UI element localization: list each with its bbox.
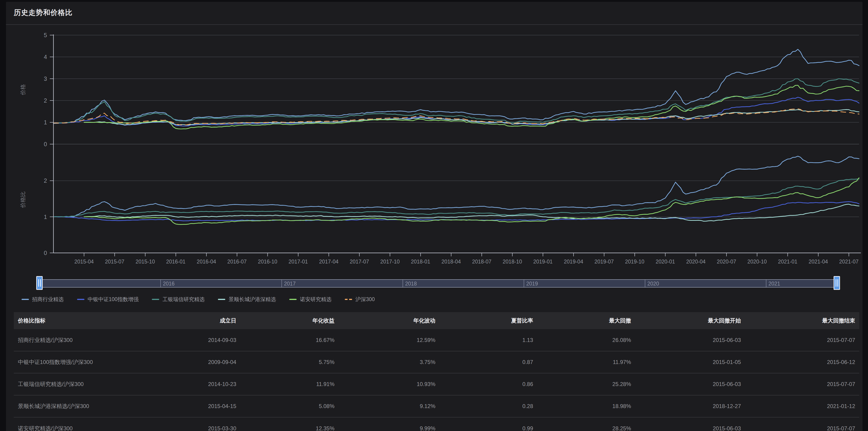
x-tick-label: 2018-07 bbox=[472, 259, 491, 265]
column-header: 最大回撤 bbox=[537, 312, 635, 329]
y-tick-label: 1 bbox=[44, 119, 47, 125]
x-tick-label: 2019-04 bbox=[564, 259, 583, 265]
legend-item-诺安研究精选[interactable]: 诺安研究精选 bbox=[289, 296, 332, 303]
x-tick-label: 2020-10 bbox=[747, 259, 767, 265]
x-tick-label: 2015-04 bbox=[74, 259, 94, 265]
chart-area-1: 012价格比 bbox=[20, 156, 859, 256]
slider-year-label: 2020 bbox=[645, 280, 659, 287]
table-cell: 18.98% bbox=[537, 395, 635, 417]
table-cell: 2015-06-03 bbox=[635, 417, 745, 431]
legend-item-中银中证100指数增强[interactable]: 中银中证100指数增强 bbox=[77, 296, 138, 303]
slider-year-label: 2017 bbox=[282, 280, 296, 287]
legend-item-沪深300[interactable]: 沪深300 bbox=[345, 296, 375, 303]
legend-label: 工银瑞信研究精选 bbox=[162, 296, 205, 303]
table-cell: 2015-06-03 bbox=[635, 329, 745, 351]
x-tick-label: 2018-01 bbox=[411, 259, 430, 265]
column-header: 年化收益 bbox=[240, 312, 339, 329]
table-row: 工银瑞信研究精选/沪深3002014-10-2311.91%10.93%0.86… bbox=[14, 373, 859, 395]
x-tick-label: 2016-01 bbox=[166, 259, 185, 265]
x-tick-label: 2017-04 bbox=[319, 259, 339, 265]
table-cell: 2015-04-15 bbox=[161, 395, 240, 417]
legend-label: 中银中证100指数增强 bbox=[88, 296, 138, 303]
x-tick-label: 2019-07 bbox=[594, 259, 614, 265]
legend-item-招商行业精选[interactable]: 招商行业精选 bbox=[22, 296, 64, 303]
column-header: 成立日 bbox=[161, 312, 240, 329]
table-cell: 5.75% bbox=[240, 351, 339, 373]
table-row: 中银中证100指数增强/沪深3002009-09-045.75%3.75%0.8… bbox=[14, 351, 859, 373]
metrics-table: 价格比指标成立日年化收益年化波动夏普比率最大回撤最大回撤开始最大回撤结束 招商行… bbox=[14, 312, 859, 431]
table-cell: 9.12% bbox=[339, 395, 439, 417]
slider-handle-right[interactable] bbox=[834, 276, 840, 290]
y-tick-label: 2 bbox=[44, 97, 47, 104]
column-header: 价格比指标 bbox=[14, 312, 161, 329]
table-cell: 10.93% bbox=[339, 373, 439, 395]
series-line-诺安研究精选/沪深300 bbox=[84, 178, 859, 225]
x-tick-label: 2021-07 bbox=[839, 259, 858, 265]
table-cell: 中银中证100指数增强/沪深300 bbox=[14, 351, 161, 373]
table-cell: 28.25% bbox=[537, 417, 635, 431]
column-header: 最大回撤结束 bbox=[745, 312, 859, 329]
table-cell: 2015-07-07 bbox=[745, 373, 859, 395]
legend-label: 沪深300 bbox=[355, 296, 375, 303]
table-cell: 诺安研究精选/沪深300 bbox=[14, 417, 161, 431]
x-tick-label: 2016-10 bbox=[258, 259, 277, 265]
table-cell: 0.99 bbox=[439, 417, 537, 431]
line-swatch-icon bbox=[152, 299, 159, 300]
y-tick-label: 3 bbox=[44, 76, 47, 82]
series-line-工银瑞信研究精选 bbox=[54, 79, 859, 123]
table-cell: 5.08% bbox=[240, 395, 339, 417]
column-header: 年化波动 bbox=[339, 312, 439, 329]
legend-label: 景顺长城沪港深精选 bbox=[228, 296, 276, 303]
date-range-slider[interactable]: 201620172018201920202021 bbox=[39, 279, 837, 288]
y-tick-label: 0 bbox=[44, 250, 47, 256]
table-cell: 12.35% bbox=[240, 417, 339, 431]
table-cell: 工银瑞信研究精选/沪深300 bbox=[14, 373, 161, 395]
table-cell: 2015-06-12 bbox=[745, 351, 859, 373]
series-line-招商行业精选/沪深300 bbox=[54, 156, 859, 217]
legend-label: 招商行业精选 bbox=[32, 296, 64, 303]
legend-label: 诺安研究精选 bbox=[300, 296, 332, 303]
slider-year-label: 2019 bbox=[524, 280, 538, 287]
x-tick-label: 2019-01 bbox=[533, 259, 553, 265]
x-tick-label: 2017-10 bbox=[380, 259, 400, 265]
series-line-中银中证100指数增强/沪深300 bbox=[54, 202, 859, 221]
x-tick-label: 2015-07 bbox=[105, 259, 124, 265]
x-tick-label: 2020-04 bbox=[686, 259, 706, 265]
y-axis-title: 价格 bbox=[20, 84, 26, 95]
line-swatch-icon bbox=[289, 299, 297, 300]
table-cell: 2014-10-23 bbox=[161, 373, 240, 395]
line-swatch-icon bbox=[22, 299, 29, 300]
slider-year-label: 2018 bbox=[403, 280, 417, 287]
table-cell: 9.99% bbox=[339, 417, 439, 431]
x-tick-label: 2021-04 bbox=[809, 259, 828, 265]
table-cell: 2018-12-27 bbox=[635, 395, 745, 417]
table-cell: 景顺长城沪港深精选/沪深300 bbox=[14, 395, 161, 417]
x-tick-label: 2020-01 bbox=[656, 259, 675, 265]
series-line-工银瑞信研究精选/沪深300 bbox=[54, 179, 859, 217]
table-row: 招商行业精选/沪深3002014-09-0316.67%12.59%1.1326… bbox=[14, 329, 859, 351]
legend-item-景顺长城沪港深精选[interactable]: 景顺长城沪港深精选 bbox=[218, 296, 276, 303]
table-row: 诺安研究精选/沪深3002015-03-3012.35%9.99%0.9928.… bbox=[14, 417, 859, 431]
slider-track[interactable]: 201620172018201920202021 bbox=[39, 279, 837, 288]
slider-year-label: 2016 bbox=[161, 280, 175, 287]
line-swatch-icon bbox=[77, 299, 85, 300]
table-cell: 11.91% bbox=[240, 373, 339, 395]
x-tick-label: 2017-01 bbox=[288, 259, 308, 265]
legend-item-工银瑞信研究精选[interactable]: 工银瑞信研究精选 bbox=[152, 296, 205, 303]
y-tick-label: 4 bbox=[44, 54, 47, 60]
table-cell: 2014-09-03 bbox=[161, 329, 240, 351]
table-cell: 2021-01-12 bbox=[745, 395, 859, 417]
x-tick-label: 2017-07 bbox=[349, 259, 369, 265]
column-header: 最大回撤开始 bbox=[635, 312, 745, 329]
slider-year-label: 2021 bbox=[766, 280, 780, 287]
column-header: 夏普比率 bbox=[439, 312, 537, 329]
table-cell: 2015-03-30 bbox=[161, 417, 240, 431]
y-tick-label: 5 bbox=[44, 32, 47, 38]
table-header: 价格比指标成立日年化收益年化波动夏普比率最大回撤最大回撤开始最大回撤结束 bbox=[14, 312, 859, 329]
chart-legend: 招商行业精选中银中证100指数增强工银瑞信研究精选景顺长城沪港深精选诺安研究精选… bbox=[22, 294, 375, 304]
table-cell: 26.08% bbox=[537, 329, 635, 351]
line-swatch-icon bbox=[218, 299, 225, 300]
table-cell: 25.28% bbox=[537, 373, 635, 395]
table-cell: 2009-09-04 bbox=[161, 351, 240, 373]
slider-handle-left[interactable] bbox=[36, 276, 43, 290]
